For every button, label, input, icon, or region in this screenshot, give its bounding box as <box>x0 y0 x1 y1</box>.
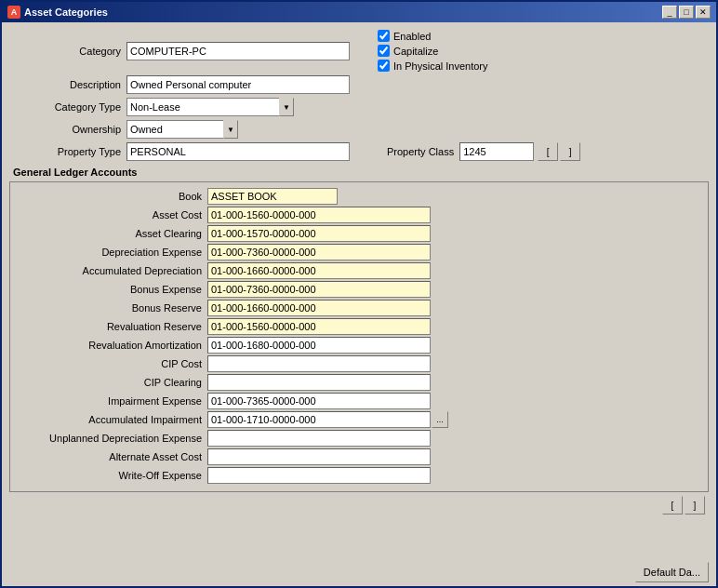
bottom-bracket-left[interactable]: [ <box>662 496 683 514</box>
gl-row: Revaluation Amortization <box>16 337 702 354</box>
gl-row: Bonus Reserve <box>16 300 702 316</box>
gl-row-input[interactable] <box>207 337 431 354</box>
gl-row-label: Revaluation Amortization <box>16 340 202 351</box>
book-label: Book <box>16 191 202 202</box>
ownership-label: Ownership <box>9 124 121 135</box>
book-row: Book <box>16 188 702 205</box>
gl-row-label: Unplanned Depreciation Expense <box>16 433 202 444</box>
gl-row: Unplanned Depreciation Expense <box>16 430 702 447</box>
gl-row: Alternate Asset Cost <box>16 448 702 465</box>
gl-row-input[interactable] <box>207 355 431 372</box>
gl-rows-container: Asset CostAsset ClearingDepreciation Exp… <box>16 207 702 484</box>
window-controls: _ □ ✕ <box>662 6 711 19</box>
gl-row-input[interactable] <box>207 374 431 391</box>
gl-row-label: Revaluation Reserve <box>16 321 202 332</box>
gl-row-label: Accumulated Impairment <box>16 414 202 425</box>
gl-row-label: Impairment Expense <box>16 395 202 407</box>
gl-row-input[interactable] <box>207 318 431 335</box>
gl-row-input[interactable] <box>207 430 431 447</box>
category-type-row: Category Type Non-Lease Lease CIP ▼ <box>9 98 709 116</box>
enabled-label: Enabled <box>393 31 431 42</box>
default-date-button[interactable]: Default Da... <box>635 562 709 582</box>
category-type-label: Category Type <box>9 101 121 113</box>
title-bar: A Asset Categories _ □ ✕ <box>2 2 716 22</box>
close-button[interactable]: ✕ <box>696 6 711 19</box>
asset-categories-window: A Asset Categories _ □ ✕ Category Enable… <box>0 0 718 588</box>
gl-row-input[interactable] <box>207 225 431 242</box>
minimize-button[interactable]: _ <box>662 6 677 19</box>
gl-row-label: Alternate Asset Cost <box>16 451 202 462</box>
window-icon: A <box>7 6 20 19</box>
gl-row: Write-Off Expense <box>16 467 702 484</box>
ownership-select[interactable]: Owned Leased <box>126 120 238 139</box>
footer-area: Default Da... <box>2 558 716 586</box>
content-area: Category Enabled Capitalize In Physical … <box>2 22 716 558</box>
gl-accounts-section: Book Asset CostAsset ClearingDepreciatio… <box>9 181 709 492</box>
gl-row-input[interactable] <box>207 262 431 279</box>
gl-row: Bonus Expense <box>16 281 702 298</box>
gl-section-header: General Ledger Accounts <box>9 167 709 178</box>
bottom-row: [ ] <box>9 496 709 514</box>
gl-row: CIP Clearing <box>16 374 702 391</box>
gl-row-label: Accumulated Depreciation <box>16 265 202 276</box>
gl-row-input[interactable] <box>207 207 431 223</box>
category-type-select-wrapper: Non-Lease Lease CIP ▼ <box>126 98 294 116</box>
property-type-input[interactable] <box>126 142 350 161</box>
book-input[interactable] <box>207 188 338 205</box>
bottom-bracket-buttons: [ ] <box>662 496 705 514</box>
gl-row: Accumulated Impairment... <box>16 411 702 428</box>
gl-row-input[interactable] <box>207 448 431 465</box>
ownership-row: Ownership Owned Leased ▼ <box>9 120 709 139</box>
gl-row-input[interactable] <box>207 467 431 484</box>
property-class-bracket-right[interactable]: ] <box>560 142 580 161</box>
enabled-checkbox[interactable] <box>378 30 390 42</box>
gl-row-label: Asset Clearing <box>16 228 202 239</box>
gl-row-label: Asset Cost <box>16 209 202 220</box>
gl-row-label: CIP Clearing <box>16 377 202 388</box>
description-row: Description <box>9 75 709 94</box>
title-bar-left: A Asset Categories <box>7 6 108 19</box>
gl-row-label: Bonus Reserve <box>16 302 202 314</box>
gl-row: Impairment Expense <box>16 393 702 409</box>
dots-button[interactable]: ... <box>432 411 448 428</box>
capitalize-row: Capitalize <box>378 45 488 57</box>
gl-row: Accumulated Depreciation <box>16 262 702 279</box>
property-type-row: Property Type Property Class [ ] <box>9 142 709 161</box>
top-form: Category Enabled Capitalize In Physical … <box>9 30 709 161</box>
gl-row-input[interactable] <box>207 300 431 316</box>
gl-row: CIP Cost <box>16 355 702 372</box>
gl-row-label: CIP Cost <box>16 358 202 369</box>
category-input[interactable] <box>126 42 350 60</box>
property-class-input[interactable] <box>459 142 534 161</box>
capitalize-checkbox[interactable] <box>378 45 390 57</box>
window-title: Asset Categories <box>24 7 108 18</box>
physical-inventory-checkbox[interactable] <box>378 60 390 72</box>
gl-row-label: Write-Off Expense <box>16 470 202 481</box>
bottom-bracket-right[interactable]: ] <box>685 496 705 514</box>
property-class-label: Property Class <box>387 146 454 157</box>
gl-row-label: Depreciation Expense <box>16 247 202 258</box>
property-class-bracket-left[interactable]: [ <box>538 142 558 161</box>
gl-row: Asset Clearing <box>16 225 702 242</box>
category-label: Category <box>9 46 121 57</box>
property-type-label: Property Type <box>9 146 121 157</box>
description-label: Description <box>9 79 121 90</box>
description-input[interactable] <box>126 75 350 94</box>
gl-row-input[interactable] <box>207 281 431 298</box>
property-class-buttons: [ ] <box>538 142 580 161</box>
physical-inventory-row: In Physical Inventory <box>378 60 488 72</box>
gl-row: Revaluation Reserve <box>16 318 702 335</box>
gl-row-input[interactable] <box>207 411 431 428</box>
gl-row: Asset Cost <box>16 207 702 223</box>
category-type-select[interactable]: Non-Lease Lease CIP <box>126 98 294 116</box>
capitalize-label: Capitalize <box>393 46 438 57</box>
ownership-select-wrapper: Owned Leased ▼ <box>126 120 238 139</box>
gl-row: Depreciation Expense <box>16 244 702 261</box>
category-row: Category Enabled Capitalize In Physical … <box>9 30 709 72</box>
physical-inventory-label: In Physical Inventory <box>393 60 488 72</box>
gl-row-label: Bonus Expense <box>16 284 202 295</box>
enabled-row: Enabled <box>378 30 488 42</box>
gl-row-input[interactable] <box>207 244 431 261</box>
maximize-button[interactable]: □ <box>679 6 694 19</box>
gl-row-input[interactable] <box>207 393 431 409</box>
